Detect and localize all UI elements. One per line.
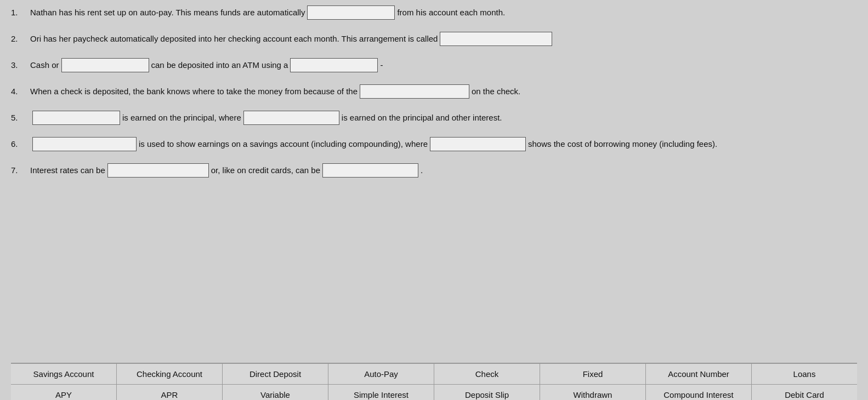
question-text-2: Ori has her paycheck automatically depos… [30, 32, 438, 45]
question-num-7: 7. [11, 164, 30, 177]
question-text-4a: When a check is deposited, the bank know… [30, 85, 358, 98]
word-bank-item-compound-interest[interactable]: Compound Interest [646, 385, 752, 400]
word-bank-item-debit-card[interactable]: Debit Card [752, 385, 857, 400]
question-text-3c: - [380, 59, 383, 72]
word-bank-item-auto-pay[interactable]: Auto-Pay [328, 364, 434, 384]
question-5: 5. is earned on the principal, where is … [11, 111, 857, 125]
question-num-2: 2. [11, 32, 30, 45]
word-bank-item-simple-interest[interactable]: Simple Interest [328, 385, 434, 400]
question-text-6b: shows the cost of borrowing money (inclu… [528, 138, 717, 151]
answer-input-5b[interactable] [243, 111, 339, 125]
word-bank-item-variable[interactable]: Variable [223, 385, 328, 400]
question-7: 7. Interest rates can be or, like on cre… [11, 163, 857, 178]
question-text-7c: . [421, 164, 423, 177]
answer-input-4a[interactable] [360, 84, 469, 99]
word-bank-item-deposit-slip[interactable]: Deposit Slip [434, 385, 540, 400]
question-3: 3. Cash or can be deposited into an ATM … [11, 58, 857, 72]
word-bank-item-savings-account[interactable]: Savings Account [11, 364, 117, 384]
word-bank: Savings Account Checking Account Direct … [11, 363, 857, 400]
question-num-4: 4. [11, 85, 30, 98]
question-1: 1. Nathan has his rent set up on auto-pa… [11, 5, 857, 20]
word-bank-item-loans[interactable]: Loans [752, 364, 857, 384]
questions-section: 1. Nathan has his rent set up on auto-pa… [11, 5, 857, 255]
question-text-1b: from his account each month. [397, 6, 505, 19]
answer-input-7b[interactable] [322, 163, 418, 178]
question-num-1: 1. [11, 6, 30, 19]
word-bank-item-check[interactable]: Check [434, 364, 540, 384]
word-bank-item-withdrawn[interactable]: Withdrawn [540, 385, 646, 400]
answer-input-6b[interactable] [430, 137, 526, 151]
word-bank-row-2: APY APR Variable Simple Interest Deposit… [11, 385, 857, 400]
question-text-1: Nathan has his rent set up on auto-pay. … [30, 6, 305, 19]
page-wrapper: 1. Nathan has his rent set up on auto-pa… [11, 5, 857, 400]
word-bank-item-checking-account[interactable]: Checking Account [117, 364, 223, 384]
word-bank-row-1: Savings Account Checking Account Direct … [11, 364, 857, 385]
question-6: 6. is used to show earnings on a savings… [11, 137, 857, 151]
question-text-6a: is used to show earnings on a savings ac… [139, 138, 428, 151]
answer-input-1a[interactable] [307, 5, 395, 20]
question-text-7b: or, like on credit cards, can be [211, 164, 320, 177]
answer-input-7a[interactable] [107, 163, 209, 178]
question-text-3b: can be deposited into an ATM using a [151, 59, 288, 72]
question-text-7a: Interest rates can be [30, 164, 105, 177]
word-bank-item-apr[interactable]: APR [117, 385, 223, 400]
question-text-3a: Cash or [30, 59, 59, 72]
question-num-6: 6. [11, 138, 30, 151]
question-text-5a: is earned on the principal, where [122, 111, 241, 124]
question-2: 2. Ori has her paycheck automatically de… [11, 32, 857, 46]
word-bank-item-apy[interactable]: APY [11, 385, 117, 400]
answer-input-2a[interactable] [440, 32, 552, 46]
question-4: 4. When a check is deposited, the bank k… [11, 84, 857, 99]
answer-input-6a[interactable] [32, 137, 137, 151]
answer-input-3b[interactable] [290, 58, 378, 72]
word-bank-item-fixed[interactable]: Fixed [540, 364, 646, 384]
question-text-4b: on the check. [472, 85, 520, 98]
answer-input-3a[interactable] [61, 58, 149, 72]
word-bank-item-account-number[interactable]: Account Number [646, 364, 752, 384]
question-num-5: 5. [11, 111, 30, 124]
word-bank-item-direct-deposit[interactable]: Direct Deposit [223, 364, 328, 384]
question-num-3: 3. [11, 59, 30, 72]
answer-input-5a[interactable] [32, 111, 120, 125]
question-text-5b: is earned on the principal and other int… [342, 111, 502, 124]
